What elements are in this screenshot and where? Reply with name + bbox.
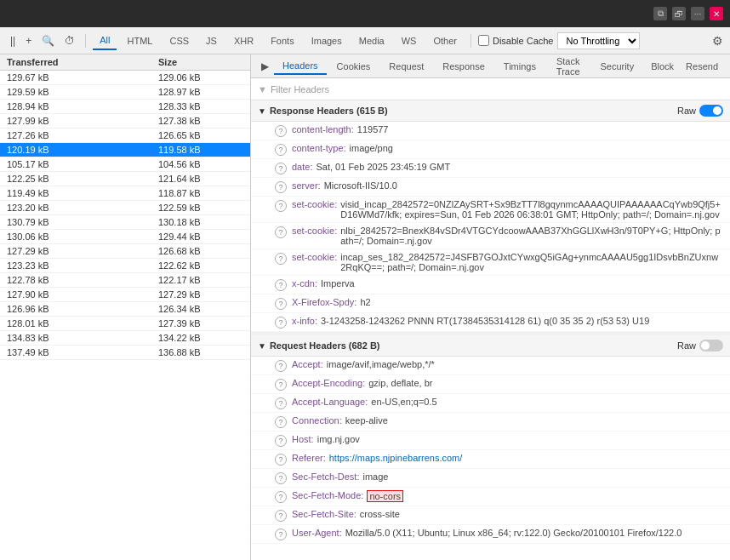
expand-button[interactable]: ▶	[258, 60, 272, 72]
menu-button[interactable]: ···	[691, 7, 704, 20]
panel-tab-headers[interactable]: Headers	[274, 58, 327, 75]
transferred-cell: 130.79 kB	[7, 217, 158, 227]
search-button[interactable]: 🔍	[38, 33, 58, 49]
pause-button[interactable]: ||	[7, 33, 19, 49]
list-row[interactable]: 137.49 kB136.88 kB	[0, 346, 250, 360]
disable-cache-checkbox[interactable]	[478, 35, 489, 46]
help-icon[interactable]: ?	[275, 397, 287, 409]
help-icon[interactable]: ?	[275, 416, 287, 428]
list-row[interactable]: 120.19 kB119.58 kB	[0, 143, 250, 157]
tab-fonts[interactable]: Fonts	[264, 32, 301, 49]
panel-tab-stack-trace[interactable]: Stack Trace	[546, 54, 590, 79]
add-button[interactable]: +	[22, 33, 35, 49]
help-icon[interactable]: ?	[275, 181, 287, 193]
header-name: Accept-Encoding:	[292, 378, 365, 388]
tab-ws[interactable]: WS	[395, 32, 424, 49]
list-row[interactable]: 129.59 kB128.97 kB	[0, 85, 250, 100]
list-row[interactable]: 128.01 kB127.39 kB	[0, 317, 250, 331]
help-icon[interactable]: ?	[275, 226, 287, 238]
list-row[interactable]: 122.78 kB122.17 kB	[0, 273, 250, 288]
chevron-down-icon: ▼	[258, 106, 266, 116]
raw-label: Raw	[677, 106, 696, 116]
list-row[interactable]: 130.06 kB129.44 kB	[0, 230, 250, 244]
header-value: Microsoft-IIS/10.0	[324, 180, 397, 191]
help-icon[interactable]: ?	[275, 491, 287, 503]
transferred-cell: 130.06 kB	[7, 231, 158, 242]
header-row: ? server: Microsoft-IIS/10.0	[251, 178, 730, 197]
raw-toggle-switch2[interactable]	[699, 340, 723, 351]
header-name: set-cookie:	[292, 252, 337, 262]
disable-cache-label: Disable Cache	[478, 35, 554, 46]
list-row[interactable]: 123.20 kB122.59 kB	[0, 201, 250, 215]
list-row[interactable]: 119.49 kB118.87 kB	[0, 186, 250, 201]
help-icon[interactable]: ?	[275, 253, 287, 265]
header-row: ? Connection: keep-alive	[251, 413, 730, 431]
help-icon[interactable]: ?	[275, 144, 287, 156]
header-row: ? Accept: image/avif,image/webp,*/*	[251, 357, 730, 375]
tab-xhr[interactable]: XHR	[227, 32, 260, 49]
help-icon[interactable]: ?	[275, 317, 287, 329]
tab-js[interactable]: JS	[199, 32, 224, 49]
help-icon[interactable]: ?	[275, 279, 287, 291]
header-value: image	[362, 471, 388, 482]
panel-tab-response[interactable]: Response	[434, 59, 493, 74]
list-row[interactable]: 127.29 kB126.68 kB	[0, 244, 250, 259]
list-row[interactable]: 129.67 kB129.06 kB	[0, 71, 250, 85]
tab-css[interactable]: CSS	[163, 32, 196, 49]
help-icon[interactable]: ?	[275, 125, 287, 137]
tab-all[interactable]: All	[93, 31, 117, 50]
help-icon[interactable]: ?	[275, 454, 287, 466]
referer-link[interactable]: https://maps.njpinebarrens.com/	[329, 453, 463, 463]
help-icon[interactable]: ?	[275, 163, 287, 174]
panel-tab-cookies[interactable]: Cookies	[328, 59, 379, 74]
size-cell: 122.59 kB	[158, 203, 243, 213]
close-button[interactable]: ✕	[710, 7, 723, 20]
gear-button[interactable]: ⚙	[712, 34, 723, 48]
list-row[interactable]: 105.17 kB104.56 kB	[0, 157, 250, 172]
transferred-cell: 123.23 kB	[7, 260, 158, 271]
header-value: keep-alive	[345, 415, 388, 426]
filter-bar: ▼ Filter Headers	[251, 78, 730, 100]
list-row[interactable]: 134.83 kB134.22 kB	[0, 331, 250, 346]
help-icon[interactable]: ?	[275, 360, 287, 372]
request-headers-section[interactable]: ▼ Request Headers (682 B) Raw	[251, 335, 730, 357]
list-row[interactable]: 127.90 kB127.29 kB	[0, 288, 250, 302]
block-button[interactable]: Block	[646, 60, 679, 73]
resend-button[interactable]: Resend	[681, 60, 723, 73]
help-icon[interactable]: ?	[275, 298, 287, 310]
help-icon[interactable]: ?	[275, 379, 287, 391]
help-icon[interactable]: ?	[275, 200, 287, 212]
separator	[85, 34, 86, 48]
tab-other[interactable]: Other	[426, 32, 464, 49]
list-row[interactable]: 127.26 kB126.65 kB	[0, 129, 250, 143]
list-row[interactable]: 130.79 kB130.18 kB	[0, 215, 250, 230]
list-row[interactable]: 128.94 kB128.33 kB	[0, 100, 250, 114]
header-row: ? Sec-Fetch-Dest: image	[251, 469, 730, 488]
raw-toggle2: Raw	[677, 340, 723, 351]
tab-media[interactable]: Media	[352, 32, 391, 49]
panel-tab-timings[interactable]: Timings	[495, 59, 545, 74]
header-value: incap_ses_182_2842572=J4SFB7GOJxtCYwxgQ5…	[340, 252, 723, 272]
list-row[interactable]: 123.23 kB122.62 kB	[0, 259, 250, 273]
panel-tab-request[interactable]: Request	[380, 59, 432, 74]
header-value-highlighted: no-cors	[367, 490, 403, 502]
maximize-button[interactable]: 🗗	[672, 7, 686, 20]
response-headers-section[interactable]: ▼ Response Headers (615 B) Raw	[251, 100, 730, 122]
list-row[interactable]: 127.99 kB127.38 kB	[0, 114, 250, 129]
panel-tab-security[interactable]: Security	[591, 59, 642, 74]
restore-button[interactable]: ⧉	[653, 7, 667, 20]
raw-toggle-switch[interactable]	[699, 105, 723, 117]
tab-html[interactable]: HTML	[120, 32, 159, 49]
help-icon[interactable]: ?	[275, 529, 287, 540]
header-row: ? content-length: 119577	[251, 122, 730, 140]
list-row[interactable]: 126.96 kB126.34 kB	[0, 302, 250, 317]
throttle-select[interactable]: No Throttling	[557, 32, 640, 49]
header-name: Referer:	[292, 453, 326, 463]
tab-images[interactable]: Images	[305, 32, 349, 49]
header-name: Accept-Language:	[292, 397, 368, 407]
help-icon[interactable]: ?	[275, 472, 287, 484]
help-icon[interactable]: ?	[275, 510, 287, 522]
list-row[interactable]: 122.25 kB121.64 kB	[0, 172, 250, 186]
help-icon[interactable]: ?	[275, 435, 287, 447]
history-button[interactable]: ⏱	[61, 33, 78, 49]
